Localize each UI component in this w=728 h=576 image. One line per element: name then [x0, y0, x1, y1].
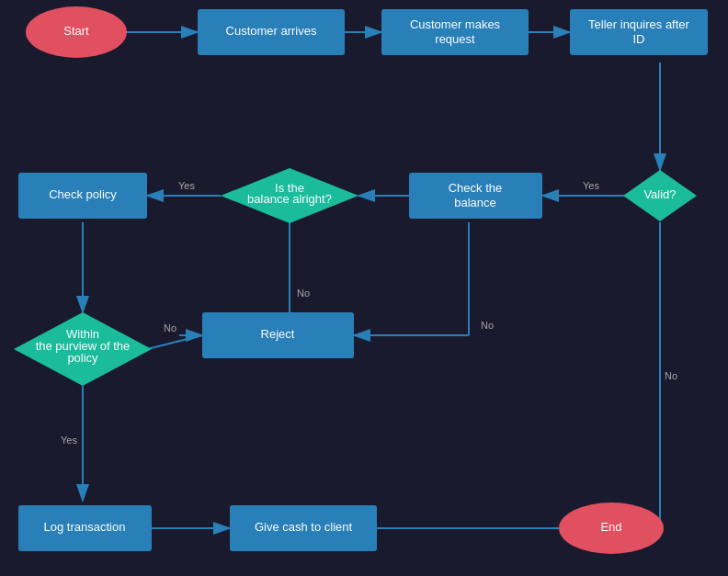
customer-request-label1: Customer makes [410, 17, 501, 31]
end-label: End [600, 520, 621, 534]
check-policy-label: Check policy [49, 187, 117, 201]
customer-request-label2: request [435, 32, 475, 46]
customer-arrives-label: Customer arrives [226, 24, 317, 38]
teller-id-label2: ID [633, 32, 645, 46]
log-transaction-label: Log transaction [44, 520, 126, 534]
label-valid-no: No [665, 370, 677, 381]
reject-label: Reject [261, 327, 295, 341]
label-alright-no: No [297, 288, 310, 299]
valid-label: Valid? [643, 187, 676, 201]
check-balance-label2: balance [454, 196, 496, 209]
label-balance-no: No [481, 320, 494, 331]
label-valid-yes: Yes [583, 180, 599, 191]
give-cash-label: Give cash to client [255, 520, 353, 534]
teller-id-label1: Teller inquires after [588, 17, 689, 31]
start-label: Start [63, 24, 89, 38]
label-purview-no: No [164, 322, 176, 333]
label-alright-yes: Yes [178, 180, 195, 191]
label-purview-yes: Yes [61, 435, 77, 446]
svg-rect-0 [0, 0, 728, 576]
balance-alright-label2: balance alright? [247, 192, 332, 206]
check-balance-label1: Check the [449, 181, 503, 195]
purview-label3: policy [67, 351, 98, 365]
